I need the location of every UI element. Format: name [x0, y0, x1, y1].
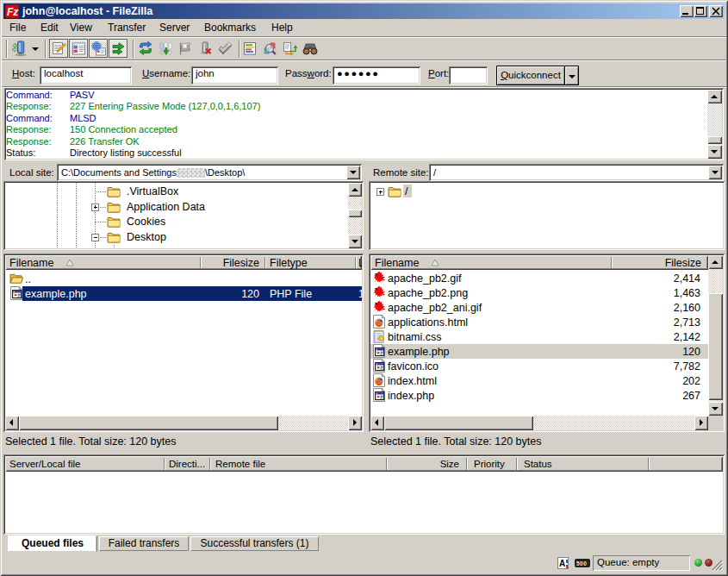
svg-text:Fz: Fz — [7, 6, 18, 18]
